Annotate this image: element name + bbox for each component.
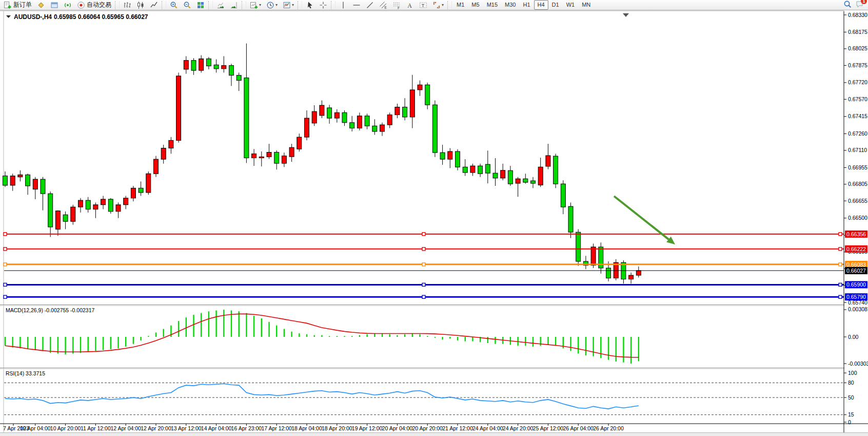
auto-scroll-button[interactable]	[214, 0, 227, 10]
autotrading-icon	[77, 1, 85, 9]
rsi-axis-tick: 50	[848, 394, 854, 401]
cursor-button[interactable]	[304, 0, 316, 10]
chevron-down-icon[interactable]: ▾	[292, 3, 294, 7]
templates-icon	[283, 1, 291, 9]
signals-button[interactable]	[62, 0, 74, 10]
chevron-down-icon[interactable]: ▾	[442, 3, 444, 7]
time-tick: 26 Apr 04:00	[563, 425, 594, 431]
price-tick: 0.68175	[848, 29, 867, 35]
rsi-axis-tick: 15	[848, 411, 854, 418]
notifications-button[interactable]: 1	[856, 0, 864, 10]
price-tick: 0.66500	[848, 215, 867, 221]
hline-handle[interactable]	[839, 248, 842, 251]
chart-canvas[interactable]: AUDUSD-,H40.65985 0.66064 0.65965 0.6602…	[0, 10, 868, 436]
time-tick: 11 Apr 12:00	[81, 425, 111, 431]
timeframe-H1[interactable]: H1	[519, 0, 534, 10]
signals-icon	[64, 1, 72, 9]
candlestick-chart-button[interactable]	[134, 0, 147, 10]
toolbar-separator	[242, 1, 246, 9]
fibonacci-button[interactable]: F	[390, 0, 403, 10]
text-label-button[interactable]: T	[417, 0, 429, 10]
hline-handle[interactable]	[839, 295, 842, 298]
time-tick: 16 Apr 23:00	[231, 425, 262, 431]
timeframe-M1[interactable]: M1	[453, 0, 468, 10]
timeframe-M5[interactable]: M5	[468, 0, 483, 10]
hline-handle[interactable]	[422, 263, 425, 266]
templates-button[interactable]: ▾	[281, 0, 296, 10]
crosshair-button[interactable]	[317, 0, 329, 10]
autotrading-button[interactable]: 自动交易	[75, 0, 113, 10]
time-tick: 26 Apr 20:00	[593, 425, 624, 431]
timeframe-MN[interactable]: MN	[578, 0, 594, 10]
equidistant-channel-icon: E	[379, 1, 387, 9]
timeframe-M15[interactable]: M15	[483, 0, 501, 10]
search-icon	[843, 0, 852, 8]
hline-handle[interactable]	[422, 295, 425, 298]
market-watch-icon	[37, 1, 45, 9]
rsi-axis-tick: 0	[848, 419, 851, 425]
chevron-down-icon[interactable]: ▾	[275, 3, 278, 7]
timeframe-M30[interactable]: M30	[501, 0, 519, 10]
hline-handle[interactable]	[422, 248, 425, 251]
autotrading-label: 自动交易	[87, 1, 111, 9]
macd-axis-tick: 0.003087	[848, 306, 868, 312]
hline-handle[interactable]	[4, 248, 7, 251]
search-button[interactable]	[843, 0, 852, 10]
toolbar-group-1	[121, 0, 161, 10]
hline-price-text: 0.65790	[846, 294, 866, 300]
timeframe-H4[interactable]: H4	[534, 0, 548, 10]
market-watch-button[interactable]	[35, 0, 47, 10]
hline-handle[interactable]	[4, 233, 7, 236]
toolbar-separator	[331, 1, 336, 9]
text-button[interactable]: A	[404, 0, 416, 10]
time-tick: 12 Apr 20:00	[141, 425, 171, 431]
text-icon: A	[406, 1, 414, 9]
zoom-in-button[interactable]	[168, 0, 180, 10]
hline-handle[interactable]	[4, 283, 7, 286]
price-tick: 0.67110	[848, 147, 867, 153]
bar-chart-button[interactable]	[121, 0, 133, 10]
time-tick: 25 Apr 12:00	[533, 425, 564, 431]
toolbar-separator	[447, 1, 452, 9]
hline-handle[interactable]	[839, 283, 842, 286]
timeframe-W1[interactable]: W1	[563, 0, 579, 10]
horizontal-line-button[interactable]	[350, 0, 363, 10]
hline-handle[interactable]	[839, 263, 842, 266]
time-tick: 19 Apr 12:00	[352, 425, 383, 431]
arrows-button[interactable]: ▾	[430, 0, 446, 10]
periods-button[interactable]: ▾	[264, 0, 280, 10]
time-tick: 24 Apr 04:00	[472, 425, 503, 431]
price-tick: 0.66805	[848, 181, 867, 187]
price-tick: 0.67875	[848, 62, 867, 68]
vertical-line-button[interactable]	[337, 0, 349, 10]
chevron-down-icon[interactable]: ▾	[259, 3, 261, 7]
hline-handle[interactable]	[4, 295, 7, 298]
timeframe-D1[interactable]: D1	[548, 0, 563, 10]
hline-handle[interactable]	[422, 283, 425, 286]
equidistant-channel-button[interactable]: E	[377, 0, 389, 10]
terminal-window-button[interactable]	[48, 0, 61, 10]
price-tick: 0.66655	[848, 198, 867, 204]
chart-shift-button[interactable]	[228, 0, 240, 10]
fibonacci-icon: F	[392, 1, 401, 9]
hline-handle[interactable]	[839, 233, 842, 236]
price-tick: 0.68330	[848, 12, 867, 18]
rsi-axis-tick: 100	[848, 370, 857, 376]
candlestick-chart-icon	[136, 1, 145, 9]
price-tick: 0.67570	[848, 96, 867, 102]
new-chart-button[interactable]: ▾	[248, 0, 263, 10]
toolbar-group-3	[214, 0, 241, 10]
trendline-icon	[366, 1, 374, 9]
line-chart-button[interactable]	[148, 0, 160, 10]
price-axis[interactable]: 0.683300.681750.680250.678750.677200.675…	[844, 10, 868, 432]
new-order-button[interactable]: 新订单	[2, 0, 34, 10]
trendline-button[interactable]	[364, 0, 376, 10]
toolbar-separator	[208, 1, 213, 9]
tile-windows-button[interactable]	[194, 0, 207, 10]
zoom-in-icon	[170, 1, 178, 9]
hline-handle[interactable]	[422, 233, 425, 236]
time-tick: 14 Apr 04:00	[201, 425, 232, 431]
hline-handle[interactable]	[4, 263, 7, 266]
zoom-out-button[interactable]	[181, 0, 193, 10]
chart-ohlc-values: 0.65985 0.66064 0.65965 0.66027	[54, 13, 148, 21]
